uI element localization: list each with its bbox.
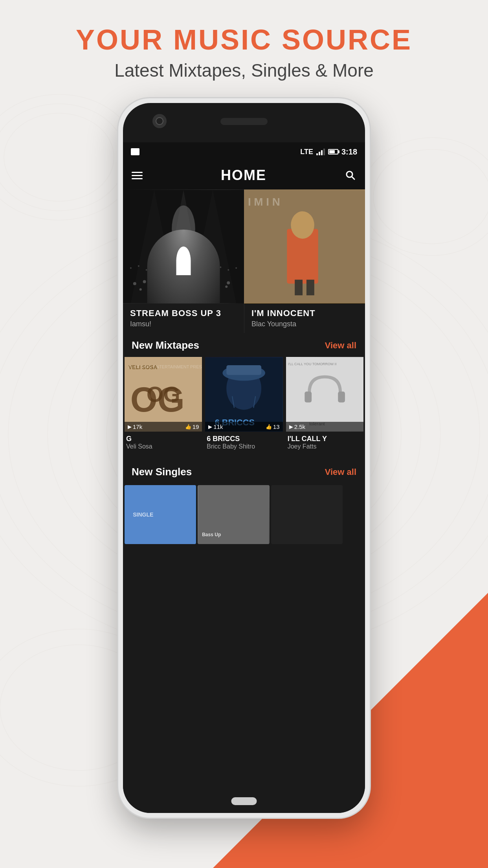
mixtape-thumb-1: VELI SOSA DUCT TAPE ENTERTAINMENT PRESEN…: [125, 357, 202, 432]
album-title-1: STREAM BOSS UP 3: [130, 308, 237, 318]
mixtape-card-3[interactable]: I'LL CALL YOU TOMORROW II tolerant ▶ 2: [284, 357, 365, 452]
singles-view-all-link[interactable]: View all: [325, 467, 356, 477]
new-singles-section-header: New Singles View all: [123, 460, 365, 484]
svg-marker-24: [150, 291, 217, 303]
plays-stat-3: ▶ 2.5k: [289, 423, 305, 430]
featured-album-info: STREAM BOSS UP 3 Iamsu! I'M INNOCENT Bla…: [123, 303, 365, 333]
mixtape-artist-2: Bricc Baby Shitro: [207, 443, 281, 450]
hamburger-menu-button[interactable]: [132, 172, 143, 179]
featured-albums-row: I M I N: [123, 189, 365, 303]
new-mixtapes-section-header: New Mixtapes View all: [123, 333, 365, 357]
likes-count-2: 13: [273, 423, 280, 430]
likes-stat-1: 👍 19: [185, 423, 199, 430]
single-thumb-2[interactable]: Bass Up: [198, 485, 269, 544]
album-title-2: I'M INNOCENT: [251, 308, 358, 318]
phone-screen: LTE 3:18: [123, 142, 365, 813]
svg-point-32: [139, 288, 142, 291]
phone-device: LTE 3:18: [118, 98, 370, 818]
featured-item-1[interactable]: [123, 189, 244, 303]
featured-image-2: I M I N: [244, 189, 365, 303]
svg-point-30: [215, 282, 218, 285]
mixtape-card-1[interactable]: VELI SOSA DUCT TAPE ENTERTAINMENT PRESEN…: [123, 357, 204, 452]
mixtape-artist-1: Veli Sosa: [126, 443, 200, 450]
svg-rect-62: [305, 392, 312, 403]
featured-item-2[interactable]: I M I N: [244, 189, 365, 303]
status-bar: LTE 3:18: [123, 142, 365, 161]
signal-bar-3: [321, 150, 323, 155]
like-icon-2: 👍: [266, 424, 272, 430]
svg-point-37: [138, 265, 139, 267]
mixtape-title-2: 6 BRICCS: [207, 435, 281, 443]
plays-count-3: 2.5k: [294, 423, 305, 430]
single-thumb-3[interactable]: [271, 485, 343, 544]
featured-image-1: [123, 189, 244, 303]
mixtape-stats-2: ▶ 11k 👍 13: [205, 422, 283, 432]
svg-point-36: [130, 267, 132, 269]
app-tagline: YOUR MUSIC SOURCE: [0, 24, 488, 56]
svg-point-39: [220, 267, 221, 268]
mixtape-title-1: G: [126, 435, 200, 443]
svg-point-12: [373, 149, 488, 244]
svg-rect-23: [182, 268, 185, 280]
play-icon-1: ▶: [128, 424, 132, 430]
svg-text:I'LL CALL YOU TOMORROW II: I'LL CALL YOU TOMORROW II: [288, 362, 337, 366]
mixtape-stats-1: ▶ 17k 👍 19: [125, 422, 202, 432]
svg-rect-60: [286, 357, 363, 431]
svg-point-9: [0, 104, 126, 211]
album-artist-2: Blac Youngsta: [251, 320, 358, 328]
battery-icon: [328, 149, 338, 154]
svg-rect-48: [244, 190, 365, 303]
mixtape-artist-3: Joey Fatts: [288, 443, 362, 450]
like-icon-1: 👍: [185, 424, 191, 430]
svg-line-16: [352, 177, 354, 179]
svg-point-34: [215, 287, 218, 290]
screen-title: HOME: [221, 167, 266, 184]
signal-bar-1: [316, 153, 318, 155]
mixtape-thumb-2: 6 BRICCS ▶ 11k 👍 13: [205, 357, 283, 432]
menu-line-2: [132, 175, 143, 176]
album-info-2[interactable]: I'M INNOCENT Blac Youngsta: [244, 303, 365, 333]
battery-fill: [329, 150, 335, 153]
svg-text:OG: OG: [130, 380, 185, 419]
svg-point-22: [180, 260, 187, 268]
signal-strength-icon: [316, 148, 325, 155]
phone-camera: [152, 114, 167, 128]
svg-point-41: [235, 267, 237, 269]
search-button[interactable]: [345, 169, 356, 181]
phone-home-button[interactable]: [231, 797, 257, 805]
mixtape-card-2[interactable]: 6 BRICCS ▶ 11k 👍 13: [204, 357, 284, 452]
svg-point-38: [146, 269, 147, 271]
signal-bar-4: [323, 149, 325, 155]
mixtape-title-3: I'LL CALL Y: [288, 435, 362, 443]
svg-text:DUCT TAPE ENTERTAINMENT PRESEN: DUCT TAPE ENTERTAINMENT PRESENTS: [128, 364, 202, 369]
svg-point-33: [149, 286, 152, 289]
status-time: 3:18: [341, 147, 357, 156]
mixtape-card-info-1: G Veli Sosa: [125, 432, 202, 452]
signal-bar-2: [319, 152, 320, 155]
svg-point-26: [133, 282, 136, 285]
svg-rect-63: [338, 392, 345, 403]
likes-count-1: 19: [193, 423, 199, 430]
svg-text:SINGLE: SINGLE: [133, 511, 153, 518]
mixtape-thumb-3: I'LL CALL YOU TOMORROW II tolerant ▶ 2: [286, 357, 363, 432]
plays-count-1: 17k: [133, 423, 142, 430]
phone-camera-lens: [156, 117, 163, 125]
svg-point-27: [143, 280, 146, 283]
album-info-1[interactable]: STREAM BOSS UP 3 Iamsu!: [123, 303, 244, 333]
play-icon-2: ▶: [208, 424, 212, 430]
plays-stat-1: ▶ 17k: [128, 423, 142, 430]
single-thumb-1[interactable]: SINGLE: [125, 485, 196, 544]
phone-bezel: LTE 3:18: [123, 103, 365, 813]
mixtapes-row: VELI SOSA DUCT TAPE ENTERTAINMENT PRESEN…: [123, 357, 365, 456]
svg-marker-25: [158, 289, 209, 292]
header-section: YOUR MUSIC SOURCE Latest Mixtapes, Singl…: [0, 24, 488, 81]
plays-stat-2: ▶ 11k: [208, 423, 223, 430]
svg-point-29: [204, 280, 207, 283]
album-artist-1: Iamsu!: [130, 320, 237, 328]
likes-stat-2: 👍 13: [266, 423, 280, 430]
mixtape-card-info-2: 6 BRICCS Bricc Baby Shitro: [205, 432, 283, 452]
svg-rect-56: [227, 365, 262, 375]
mixtapes-view-all-link[interactable]: View all: [325, 340, 356, 351]
svg-point-28: [153, 284, 156, 287]
status-left: [131, 148, 139, 155]
